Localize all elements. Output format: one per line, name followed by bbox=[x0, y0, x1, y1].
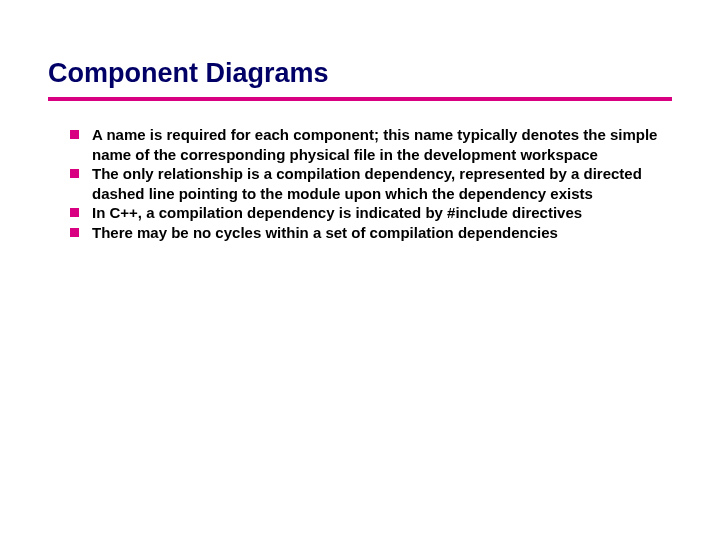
title-underline bbox=[48, 97, 672, 101]
list-item: A name is required for each component; t… bbox=[70, 125, 672, 164]
slide-title: Component Diagrams bbox=[48, 58, 672, 89]
list-item: In C++, a compilation dependency is indi… bbox=[70, 203, 672, 223]
list-item: The only relationship is a compilation d… bbox=[70, 164, 672, 203]
bullet-list: A name is required for each component; t… bbox=[48, 125, 672, 242]
list-item: There may be no cycles within a set of c… bbox=[70, 223, 672, 243]
